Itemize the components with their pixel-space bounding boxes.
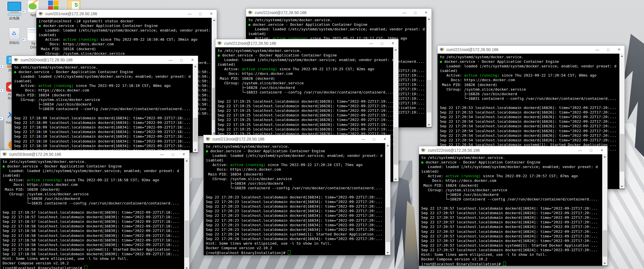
terminal-line: to /etc/systemd/system/docker.service. — [14, 65, 193, 70]
minimize-button[interactable]: — — [575, 146, 586, 154]
terminal-line — [440, 101, 619, 106]
terminal-line — [14, 111, 193, 116]
terminal-output[interactable]: to /etc/systemd/system/docker.service.● … — [0, 158, 184, 269]
scroll-down-arrow[interactable] — [393, 177, 398, 182]
terminal-line: to /etc/systemd/system/docker.service. — [248, 18, 426, 22]
text-cursor — [288, 250, 291, 255]
scroll-up-arrow[interactable] — [602, 155, 607, 159]
terminal-line: Sep 22 17:18:58 localhost.localdomain do… — [3, 233, 184, 238]
scrollbar-thumb[interactable] — [427, 80, 431, 112]
scroll-down-arrow[interactable] — [427, 122, 431, 127]
titlebar[interactable]: cum/201root@172.28.50.186—□× — [36, 10, 217, 18]
terminal-output[interactable]: to /etc/systemd/system/docker.service.● … — [12, 64, 193, 153]
maximize-button[interactable]: □ — [168, 150, 178, 158]
minimize-button[interactable]: — — [366, 39, 377, 47]
scroll-down-arrow[interactable] — [385, 250, 390, 255]
session-icon — [421, 148, 426, 153]
terminal-line: Sep 22 17:20:23 localhost.localdomain do… — [206, 200, 385, 204]
scrollbar[interactable] — [393, 48, 398, 182]
scrollbar[interactable] — [385, 143, 390, 255]
scrollbar-thumb[interactable] — [185, 221, 189, 258]
terminal-line — [3, 206, 184, 210]
scrollbar[interactable] — [619, 54, 625, 189]
close-button[interactable]: × — [187, 56, 198, 64]
titlebar[interactable]: cum/202root@172.28.50.186—□× — [12, 56, 198, 64]
terminal-line: ├─16834 /usr/bin/dockerd — [206, 181, 385, 186]
scroll-down-arrow[interactable] — [184, 266, 189, 269]
minimize-button[interactable]: — — [358, 135, 369, 143]
minimize-button[interactable]: — — [399, 9, 410, 17]
scroll-down-arrow[interactable] — [620, 184, 624, 189]
scroll-up-arrow[interactable] — [212, 18, 216, 23]
close-button[interactable]: × — [596, 146, 607, 154]
scrollbar-thumb[interactable] — [193, 118, 198, 142]
maximize-button[interactable]: □ — [603, 46, 614, 54]
scroll-up-arrow[interactable] — [620, 54, 624, 59]
close-button[interactable]: × — [387, 39, 398, 47]
terminal-line: CGroup: /system.slice/docker.service — [440, 87, 619, 92]
scrollbar-thumb[interactable] — [394, 127, 398, 165]
terminal-line: CGroup: /system.slice/docker.service — [39, 51, 212, 56]
maximize-button[interactable]: □ — [410, 9, 421, 17]
scroll-down-arrow[interactable] — [193, 148, 198, 152]
maximize-button[interactable]: □ — [195, 10, 206, 18]
close-button[interactable]: × — [178, 150, 189, 158]
maximize-button[interactable]: □ — [369, 135, 379, 143]
terminal-line: CGroup: /system.slice/docker.service — [3, 192, 184, 196]
terminal-line: Docs: https://docs.docker.com — [218, 71, 393, 76]
scrollbar[interactable] — [602, 155, 607, 266]
maximize-button[interactable]: □ — [586, 146, 596, 154]
terminal-line: Loaded: loaded (/etc/systemd/system/dock… — [440, 64, 619, 69]
desktop-icon-recycle-bin[interactable]: ♺回收站 — [4, 28, 25, 45]
scrollbar-thumb[interactable] — [386, 207, 390, 242]
terminal-line: ● docker.service - Docker Application Co… — [440, 59, 619, 64]
titlebar[interactable]: cum/203root@172.28.50.186—□× — [0, 150, 189, 159]
terminal-line: Docs: https://docs.docker.com — [39, 42, 212, 46]
maximize-button[interactable]: □ — [377, 39, 387, 47]
terminal-line: Sep 22 17:18:58 localhost.localdomain do… — [3, 224, 184, 229]
scroll-up-arrow[interactable] — [184, 159, 189, 163]
scrollbar-thumb[interactable] — [603, 230, 607, 257]
window-controls: —□× — [184, 10, 217, 18]
minimize-button[interactable]: — — [165, 56, 176, 64]
terminal-line: Sep 22 17:20:23 localhost.localdomain do… — [206, 223, 385, 227]
scroll-down-arrow[interactable] — [602, 261, 607, 266]
titlebar[interactable]: cum/212root@172.28.50.186—□× — [215, 39, 398, 48]
scrollbar[interactable] — [426, 17, 432, 127]
titlebar[interactable]: cum/221root@172.28.50.186—□× — [438, 46, 625, 54]
window-controls: —□× — [575, 146, 607, 154]
scroll-up-arrow[interactable] — [427, 17, 431, 22]
scroll-up-arrow[interactable] — [193, 64, 198, 69]
terminal-line: CGroup: /system.slice/docker.service — [14, 98, 193, 102]
close-button[interactable]: × — [379, 135, 390, 143]
close-button[interactable]: × — [421, 9, 432, 17]
window-title: cum/202root@172.28.50.186 — [21, 58, 165, 62]
minimize-button[interactable]: — — [184, 10, 195, 18]
terminal-line: Sep 22 17:20:57 localhost.localdomain do… — [421, 220, 602, 225]
minimize-button[interactable]: — — [157, 150, 168, 158]
scrollbar-thumb[interactable] — [620, 134, 624, 171]
terminal-line: Active: active (running) since Thu 2022-… — [440, 73, 619, 78]
minimize-button[interactable]: — — [592, 46, 603, 54]
terminal-line: Sep 22 17:20:57 localhost.localdomain do… — [421, 225, 602, 229]
scroll-up-arrow[interactable] — [385, 143, 390, 148]
titlebar[interactable]: cum/211root@172.28.50.186—□× — [246, 9, 432, 17]
shortcut-arrow-icon — [22, 9, 26, 13]
close-button[interactable]: × — [206, 10, 217, 18]
window-controls: —□× — [366, 39, 398, 47]
terminal-output[interactable]: to /etc/systemd/system/docker.service.● … — [419, 154, 602, 266]
close-button[interactable]: × — [614, 46, 625, 54]
terminal-line: Sep 22 17:18:10 localhost.localdomain do… — [14, 130, 193, 134]
terminal-window-222: cum/222root@172.28.50.186—□×to /etc/syst… — [419, 146, 608, 266]
scrollbar[interactable] — [193, 64, 198, 152]
titlebar[interactable]: cum/213root@172.28.50.186—□× — [204, 135, 390, 143]
recycle-bin-icon: ♺ — [4, 28, 25, 40]
desktop-icon-this-pc[interactable]: 此电脑 — [4, 2, 25, 20]
maximize-button[interactable]: □ — [176, 56, 187, 64]
scroll-up-arrow[interactable] — [393, 48, 398, 52]
scrollbar[interactable] — [184, 159, 189, 269]
text-cursor — [84, 266, 87, 269]
terminal-output[interactable]: to /etc/systemd/system/docker.service.● … — [204, 143, 385, 255]
terminal-line: Main PID: 16834 (dockerd) — [14, 93, 193, 98]
titlebar[interactable]: cum/222root@172.28.50.186—□× — [419, 146, 607, 155]
